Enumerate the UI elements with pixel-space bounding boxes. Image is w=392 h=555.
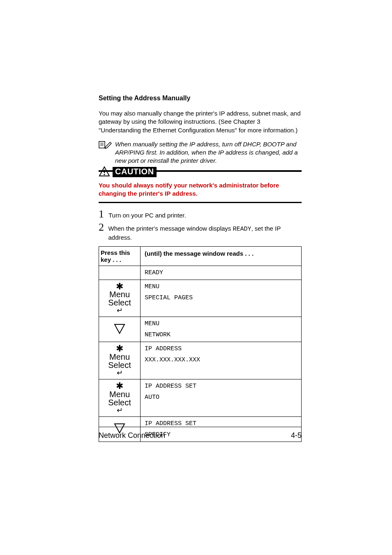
msg-line: MENU bbox=[145, 320, 297, 327]
table-head-key: Press this key . . . bbox=[99, 246, 141, 266]
footer-left: Network Connection bbox=[99, 431, 165, 440]
msg-line: AUTO bbox=[145, 394, 297, 401]
note-row: When manually setting the IP address, tu… bbox=[99, 140, 302, 165]
key-label-menu: Menu bbox=[109, 390, 130, 398]
msg-cell: IP ADDRESS SET AUTO bbox=[141, 379, 302, 417]
table-row: ✱ Menu Select ↵ IP ADDRESS XXX.XXX.XXX.X… bbox=[99, 342, 302, 379]
msg-cell: IP ADDRESS XXX.XXX.XXX.XXX bbox=[141, 342, 302, 379]
msg-cell: MENU SPECIAL PAGES bbox=[141, 280, 302, 317]
note-text: When manually setting the IP address, tu… bbox=[115, 140, 302, 165]
warning-triangle-icon bbox=[99, 166, 110, 178]
step-2: 2 When the printer's message window disp… bbox=[99, 221, 302, 242]
msg-line: READY bbox=[145, 269, 297, 276]
footer-right: 4-5 bbox=[291, 431, 302, 440]
msg-line: IP ADDRESS SET bbox=[145, 383, 297, 390]
msg-line: NETWORK bbox=[145, 331, 297, 338]
key-label-select: Select bbox=[108, 398, 131, 407]
key-cell-menu: ✱ Menu Select ↵ bbox=[99, 379, 141, 417]
step-text: Turn on your PC and printer. bbox=[108, 211, 186, 220]
enter-icon: ↵ bbox=[117, 307, 123, 314]
note-icon bbox=[99, 140, 115, 165]
caution-text: You should always notify your network's … bbox=[99, 181, 302, 198]
star-icon: ✱ bbox=[116, 282, 123, 291]
key-label-select: Select bbox=[108, 298, 131, 307]
step-prefix: When the printer's message window displa… bbox=[108, 225, 233, 232]
caution-label: CAUTION bbox=[113, 167, 157, 177]
key-cell-empty bbox=[99, 266, 141, 280]
table-row: ✱ Menu Select ↵ MENU SPECIAL PAGES bbox=[99, 280, 302, 317]
key-label-select: Select bbox=[108, 361, 131, 369]
step-number: 2 bbox=[99, 221, 108, 234]
star-icon: ✱ bbox=[116, 345, 123, 353]
menu-select-key-icon: ✱ Menu Select ↵ bbox=[101, 282, 138, 314]
intro-paragraph: You may also manually change the printer… bbox=[99, 109, 302, 134]
section-heading: Setting the Address Manually bbox=[99, 95, 302, 102]
page-footer: Network Connection 4-5 bbox=[99, 427, 302, 440]
svg-rect-0 bbox=[99, 141, 105, 148]
star-icon: ✱ bbox=[116, 382, 123, 390]
step-number: 1 bbox=[99, 208, 108, 220]
msg-line: SPECIAL PAGES bbox=[145, 294, 297, 301]
key-cell-down bbox=[99, 317, 141, 342]
key-press-table: Press this key . . . (until) the message… bbox=[99, 246, 302, 442]
key-cell-menu: ✱ Menu Select ↵ bbox=[99, 342, 141, 379]
msg-line: XXX.XXX.XXX.XXX bbox=[145, 356, 297, 363]
msg-cell: MENU NETWORK bbox=[141, 317, 302, 342]
msg-line: IP ADDRESS bbox=[145, 345, 297, 352]
msg-line: IP ADDRESS SET bbox=[145, 420, 297, 427]
table-row: ✱ Menu Select ↵ IP ADDRESS SET AUTO bbox=[99, 379, 302, 417]
table-row: MENU NETWORK bbox=[99, 317, 302, 342]
svg-marker-7 bbox=[115, 324, 125, 333]
menu-select-key-icon: ✱ Menu Select ↵ bbox=[101, 345, 138, 377]
enter-icon: ↵ bbox=[117, 407, 123, 414]
menu-select-key-icon: ✱ Menu Select ↵ bbox=[101, 382, 138, 414]
step-code: READY bbox=[233, 226, 251, 233]
key-cell-menu: ✱ Menu Select ↵ bbox=[99, 280, 141, 317]
down-arrow-icon bbox=[113, 323, 126, 336]
step-1: 1 Turn on your PC and printer. bbox=[99, 208, 302, 220]
msg-cell: READY bbox=[141, 266, 302, 280]
caution-block: CAUTION You should always notify your ne… bbox=[99, 170, 302, 204]
msg-line: MENU bbox=[145, 283, 297, 290]
enter-icon: ↵ bbox=[117, 369, 123, 377]
divider bbox=[99, 202, 302, 203]
key-label-menu: Menu bbox=[109, 290, 130, 298]
table-head-msg: (until) the message window reads . . . bbox=[141, 246, 302, 266]
svg-point-6 bbox=[104, 173, 105, 175]
step-text: When the printer's message window displa… bbox=[108, 224, 302, 242]
key-label-menu: Menu bbox=[109, 353, 130, 361]
table-row: READY bbox=[99, 266, 302, 280]
